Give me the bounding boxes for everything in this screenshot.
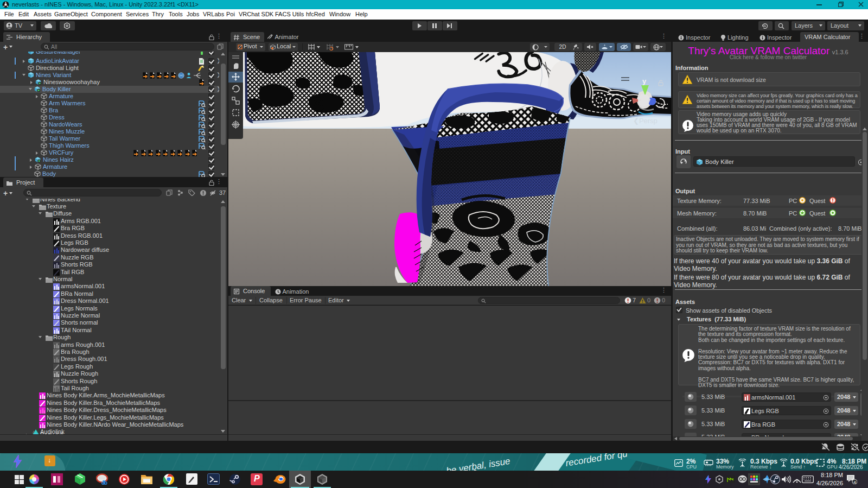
svg-text:4: 4 [853,480,856,484]
svg-text:y: y [642,77,647,85]
svg-text:❮Persp: ❮Persp [633,117,658,125]
